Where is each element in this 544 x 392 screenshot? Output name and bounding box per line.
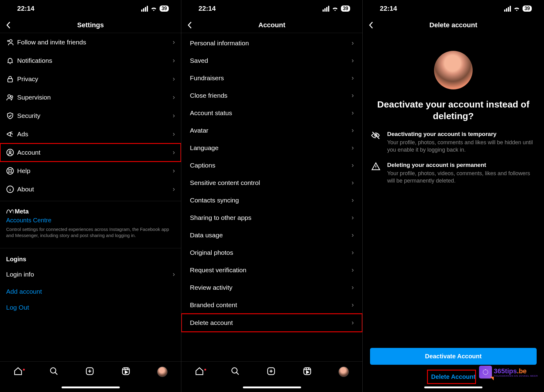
row-label: Account status bbox=[190, 109, 352, 117]
status-bar: 22:14 39 bbox=[181, 0, 362, 17]
chevron-right-icon: › bbox=[173, 130, 175, 138]
row-label: Contacts syncing bbox=[190, 197, 352, 204]
tab-profile[interactable] bbox=[338, 367, 349, 377]
row-close-friends[interactable]: Close friends› bbox=[181, 87, 362, 104]
chevron-right-icon: › bbox=[352, 196, 354, 204]
row-personal-info[interactable]: Personal information› bbox=[181, 34, 362, 52]
tab-search[interactable] bbox=[231, 367, 240, 376]
row-security[interactable]: Security › bbox=[0, 107, 181, 125]
highlight-box bbox=[427, 370, 476, 384]
status-bar: 22:14 39 bbox=[0, 0, 181, 17]
svg-point-3 bbox=[11, 96, 13, 98]
row-label: Close friends bbox=[190, 92, 352, 99]
back-button[interactable] bbox=[369, 21, 373, 29]
add-account-link[interactable]: Add account bbox=[0, 284, 181, 300]
row-privacy[interactable]: Privacy › bbox=[0, 70, 181, 88]
info-delete: Deleting your account is permanent Your … bbox=[371, 162, 535, 185]
home-indicator[interactable] bbox=[243, 386, 301, 388]
row-request-verification[interactable]: Request verification› bbox=[181, 261, 362, 279]
watermark-badge-icon bbox=[479, 366, 492, 379]
log-out-link[interactable]: Log Out bbox=[0, 300, 181, 315]
chevron-right-icon: › bbox=[173, 149, 175, 156]
watermark-subtext: THUISWERKEN EN ZOVEEL MEER bbox=[494, 375, 538, 377]
home-indicator[interactable] bbox=[424, 386, 482, 388]
page-title: Settings bbox=[77, 21, 104, 29]
row-fundraisers[interactable]: Fundraisers› bbox=[181, 69, 362, 87]
back-button[interactable] bbox=[6, 21, 10, 29]
svg-point-9 bbox=[51, 368, 56, 373]
warning-icon bbox=[371, 162, 381, 185]
avatar-icon bbox=[338, 367, 349, 377]
tab-reels[interactable] bbox=[121, 367, 130, 376]
bell-icon bbox=[6, 57, 17, 65]
chevron-right-icon: › bbox=[173, 185, 175, 193]
row-review-activity[interactable]: Review activity› bbox=[181, 279, 362, 296]
deactivate-button[interactable]: Deactivate Account bbox=[370, 348, 537, 365]
row-label: Sensitive content control bbox=[190, 179, 352, 187]
row-notifications[interactable]: Notifications › bbox=[0, 51, 181, 70]
page-title: Delete account bbox=[429, 21, 478, 29]
row-label: Login info bbox=[6, 271, 173, 278]
row-supervision[interactable]: Supervision › bbox=[0, 88, 181, 107]
row-label: Supervision bbox=[17, 94, 173, 101]
row-about[interactable]: About › bbox=[0, 180, 181, 198]
row-label: Sharing to other apps bbox=[190, 214, 352, 221]
notification-dot bbox=[23, 369, 25, 371]
meta-description: Control settings for connected experienc… bbox=[6, 226, 175, 243]
tab-reels[interactable] bbox=[303, 367, 312, 376]
row-saved[interactable]: Saved› bbox=[181, 52, 362, 69]
row-sensitive-content[interactable]: Sensitive content control› bbox=[181, 174, 362, 191]
info-desc: Your profile, photos, videos, comments, … bbox=[387, 170, 535, 185]
chevron-right-icon: › bbox=[352, 319, 354, 327]
profile-avatar bbox=[434, 51, 473, 89]
divider bbox=[0, 248, 181, 248]
row-original-photos[interactable]: Original photos› bbox=[181, 244, 362, 261]
chevron-right-icon: › bbox=[352, 74, 354, 82]
info-title: Deactivating your account is temporary bbox=[387, 131, 535, 138]
row-ads[interactable]: Ads › bbox=[0, 125, 181, 143]
row-label: Data usage bbox=[190, 232, 352, 239]
row-login-info[interactable]: Login info › bbox=[0, 265, 181, 284]
nav-bar: Delete account bbox=[363, 17, 544, 33]
back-button[interactable] bbox=[187, 21, 192, 29]
tab-home[interactable] bbox=[195, 367, 204, 376]
row-account-status[interactable]: Account status› bbox=[181, 104, 362, 122]
row-avatar[interactable]: Avatar› bbox=[181, 122, 362, 139]
watermark: 365tips.be THUISWERKEN EN ZOVEEL MEER bbox=[479, 366, 538, 379]
nav-bar: Account bbox=[181, 17, 362, 33]
notification-dot bbox=[204, 369, 206, 371]
row-label: Request verification bbox=[190, 266, 352, 274]
row-help[interactable]: Help › bbox=[0, 162, 181, 180]
tab-search[interactable] bbox=[49, 367, 59, 376]
row-data-usage[interactable]: Data usage› bbox=[181, 226, 362, 244]
meta-icon bbox=[6, 209, 13, 214]
row-branded-content[interactable]: Branded content› bbox=[181, 296, 362, 314]
accounts-centre-link[interactable]: Accounts Centre bbox=[6, 217, 175, 224]
account-list: Personal information› Saved› Fundraisers… bbox=[181, 33, 362, 332]
svg-point-7 bbox=[9, 170, 12, 172]
row-label: Avatar bbox=[190, 127, 352, 134]
row-account[interactable]: Account › bbox=[0, 143, 181, 162]
signal-icon bbox=[504, 6, 511, 12]
row-label: Captions bbox=[190, 162, 352, 169]
tab-profile[interactable] bbox=[157, 367, 168, 377]
row-follow-invite[interactable]: Follow and invite friends › bbox=[0, 33, 181, 51]
svg-point-2 bbox=[8, 95, 10, 97]
chevron-right-icon: › bbox=[352, 109, 354, 117]
home-indicator[interactable] bbox=[62, 386, 120, 388]
chevron-right-icon: › bbox=[173, 38, 175, 46]
row-language[interactable]: Language› bbox=[181, 139, 362, 156]
status-time: 22:14 bbox=[17, 5, 34, 13]
info-icon bbox=[6, 185, 17, 193]
chevron-right-icon: › bbox=[352, 301, 354, 309]
row-sharing-apps[interactable]: Sharing to other apps› bbox=[181, 209, 362, 226]
row-captions[interactable]: Captions› bbox=[181, 156, 362, 174]
row-contacts-syncing[interactable]: Contacts syncing› bbox=[181, 191, 362, 209]
row-delete-account[interactable]: Delete account› bbox=[181, 314, 362, 332]
tab-create[interactable] bbox=[85, 367, 94, 376]
people-icon bbox=[6, 93, 17, 101]
heading: Deactivate your account instead of delet… bbox=[371, 99, 535, 122]
tab-create[interactable] bbox=[266, 367, 276, 376]
chevron-right-icon: › bbox=[173, 93, 175, 101]
tab-home[interactable] bbox=[13, 367, 23, 376]
